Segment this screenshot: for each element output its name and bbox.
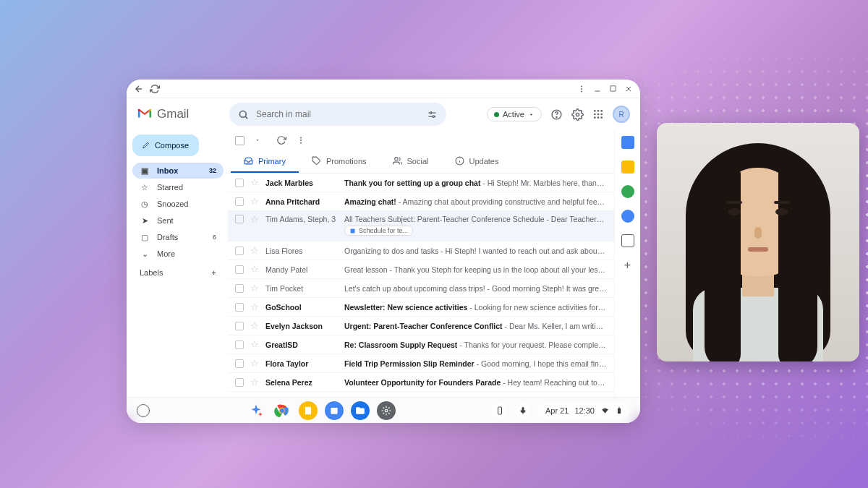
gmail-logo[interactable]: Gmail xyxy=(137,106,216,122)
category-tabs: Primary Promotions Social Updates xyxy=(228,150,614,174)
app-name: Gmail xyxy=(157,107,189,121)
tab-social[interactable]: Social xyxy=(380,150,442,173)
star-icon[interactable]: ☆ xyxy=(250,283,259,293)
shelf-app-settings[interactable] xyxy=(377,401,396,420)
labels-header: Labels + xyxy=(132,262,224,280)
minimize-icon[interactable] xyxy=(593,85,602,93)
addon-icon[interactable] xyxy=(621,234,634,247)
chevron-down-icon[interactable] xyxy=(255,137,260,143)
row-checkbox[interactable] xyxy=(235,179,244,187)
row-checkbox[interactable] xyxy=(235,359,244,368)
tab-updates[interactable]: Updates xyxy=(442,150,512,173)
sidebar-item-sent[interactable]: ➤ Sent xyxy=(132,213,224,228)
email-row[interactable]: ☆ Tim Pocket Let's catch up about upcomi… xyxy=(228,279,614,298)
shelf-app-files[interactable] xyxy=(351,401,370,420)
email-content: Urgent: Parent-Teacher Conference Confli… xyxy=(344,322,607,330)
row-checkbox[interactable] xyxy=(235,303,244,312)
shelf-app-docs[interactable] xyxy=(299,401,318,420)
star-icon[interactable]: ☆ xyxy=(250,246,259,255)
tasks-app-icon[interactable] xyxy=(621,185,634,198)
sidebar-item-more[interactable]: ⌄ More xyxy=(132,246,224,262)
add-addon-icon[interactable]: + xyxy=(624,259,631,272)
attachment-chip[interactable]: Schedule for te... xyxy=(344,226,413,236)
email-row[interactable]: ☆ Anna Pritchard Amazing chat! - Amazing… xyxy=(228,192,614,211)
refresh-icon[interactable] xyxy=(276,135,286,145)
row-checkbox[interactable] xyxy=(235,247,244,255)
star-icon[interactable]: ☆ xyxy=(250,302,259,312)
calendar-app-icon[interactable] xyxy=(621,136,634,149)
sidebar-item-starred[interactable]: ☆ Starred xyxy=(132,179,224,195)
status-pill[interactable]: Active xyxy=(487,107,542,121)
chromebook-window: Gmail Active R Compose ▣ xyxy=(127,80,640,423)
back-icon[interactable] xyxy=(134,84,144,94)
email-row[interactable]: ☆ GreatISD Re: Classroom Supply Request … xyxy=(228,335,614,354)
email-row[interactable]: ☆ Mandy Patel Great lesson - Thank you S… xyxy=(228,260,614,279)
maximize-icon[interactable] xyxy=(609,85,617,93)
svg-point-38 xyxy=(385,409,388,412)
sidebar-item-drafts[interactable]: ▢ Drafts 6 xyxy=(132,229,224,245)
shelf-phone-icon[interactable] xyxy=(492,403,508,419)
email-row[interactable]: ☆ GoSchool Newsletter: New science activ… xyxy=(228,298,614,317)
svg-point-29 xyxy=(394,158,397,160)
email-row[interactable]: ☆ Selena Perez Volunteer Opportunity for… xyxy=(228,373,614,392)
email-row[interactable]: ☆ Jack Marbles Thank you for setting up … xyxy=(228,174,614,192)
search-box[interactable] xyxy=(229,103,446,126)
apps-grid-icon[interactable] xyxy=(592,108,604,120)
email-content: Organizing to dos and tasks - Hi Steph! … xyxy=(344,247,607,255)
shelf-app-chrome[interactable] xyxy=(273,401,292,420)
email-sender: GreatISD xyxy=(265,341,338,349)
star-icon[interactable]: ☆ xyxy=(250,215,259,224)
account-avatar[interactable]: R xyxy=(613,106,630,123)
svg-rect-36 xyxy=(305,406,310,414)
search-input[interactable] xyxy=(256,109,420,119)
row-checkbox[interactable] xyxy=(235,284,244,293)
shelf-app-calendar[interactable] xyxy=(325,401,344,420)
row-checkbox[interactable] xyxy=(235,197,244,206)
sidebar-item-inbox[interactable]: ▣ Inbox 32 xyxy=(132,163,224,179)
settings-icon[interactable] xyxy=(571,108,584,121)
inbox-icon: ▣ xyxy=(140,166,150,176)
tab-promotions[interactable]: Promotions xyxy=(299,150,380,173)
keep-app-icon[interactable] xyxy=(621,160,634,174)
help-icon[interactable] xyxy=(550,108,563,121)
tune-icon[interactable] xyxy=(427,109,438,120)
shelf-mic-icon[interactable] xyxy=(515,403,531,419)
row-checkbox[interactable] xyxy=(235,378,244,387)
more-vert-icon[interactable] xyxy=(577,85,586,93)
svg-point-25 xyxy=(300,137,302,139)
email-row[interactable]: ☆ Tim Adams, Steph, 3 All Teachers Subje… xyxy=(228,211,614,241)
more-icon[interactable] xyxy=(297,136,305,145)
shelf-status-area[interactable]: Apr 21 12:30 xyxy=(538,403,630,419)
select-all-checkbox[interactable] xyxy=(235,136,244,145)
email-row[interactable]: ☆ Flora Taylor Field Trip Permission Sli… xyxy=(228,354,614,373)
add-label-icon[interactable]: + xyxy=(212,268,216,277)
shelf-app-assistant[interactable] xyxy=(247,401,265,420)
compose-button[interactable]: Compose xyxy=(132,134,199,156)
app-header: Gmail Active R xyxy=(127,98,640,130)
row-checkbox[interactable] xyxy=(235,265,244,274)
row-checkbox[interactable] xyxy=(235,322,244,330)
email-row[interactable]: ☆ Lisa Flores Organizing to dos and task… xyxy=(228,241,614,260)
email-row[interactable]: ☆ Evelyn Jackson Urgent: Parent-Teacher … xyxy=(228,317,614,335)
close-icon[interactable] xyxy=(624,85,633,93)
email-row[interactable]: ☆ Best School Help Desk Technology Suppo… xyxy=(228,392,614,397)
email-content: Amazing chat! - Amazing chat about provi… xyxy=(344,197,607,206)
svg-point-16 xyxy=(594,110,596,112)
star-icon[interactable]: ☆ xyxy=(250,359,259,368)
star-icon[interactable]: ☆ xyxy=(250,377,259,387)
star-icon[interactable]: ☆ xyxy=(250,265,259,274)
tab-primary[interactable]: Primary xyxy=(231,150,299,173)
sidebar: Compose ▣ Inbox 32 ☆ Starred ◷ Snoozed ➤… xyxy=(127,130,228,397)
row-checkbox[interactable] xyxy=(235,215,244,223)
svg-point-0 xyxy=(581,85,582,87)
sidebar-item-snoozed[interactable]: ◷ Snoozed xyxy=(132,196,224,212)
star-icon[interactable]: ☆ xyxy=(250,178,259,187)
row-checkbox[interactable] xyxy=(235,341,244,349)
star-icon[interactable]: ☆ xyxy=(250,197,259,206)
star-icon[interactable]: ☆ xyxy=(250,321,259,330)
contacts-app-icon[interactable] xyxy=(621,210,634,223)
reload-icon[interactable] xyxy=(150,84,160,94)
launcher-icon[interactable] xyxy=(137,404,150,417)
svg-point-20 xyxy=(597,114,600,116)
star-icon[interactable]: ☆ xyxy=(250,340,259,349)
